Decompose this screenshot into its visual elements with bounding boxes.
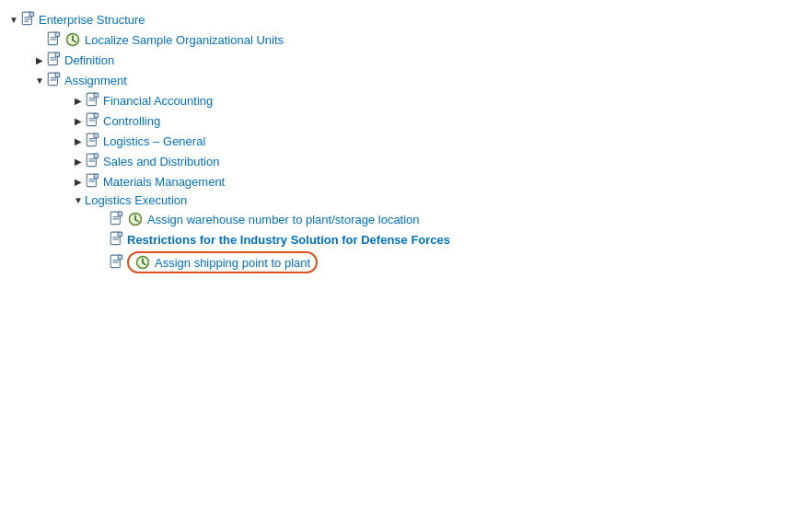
label-sales-distribution[interactable]: Sales and Distribution [103, 155, 219, 168]
label-assign-shipping[interactable]: Assign shipping point to plant [155, 256, 310, 270]
clock-icon-localize [64, 31, 81, 48]
label-enterprise-structure[interactable]: Enterprise Structure [39, 13, 145, 27]
tree-row-assignment[interactable]: ▼ Assignment [7, 70, 805, 90]
doc-icon-definition [46, 52, 63, 68]
doc-icon-assign-shipping [109, 254, 125, 271]
tree-row-materials-management[interactable]: ▶ Materials Management [7, 171, 805, 191]
expander-definition[interactable]: ▶ [33, 53, 46, 66]
expander-controlling[interactable]: ▶ [72, 114, 85, 127]
svg-rect-37 [94, 174, 99, 179]
tree-row-sales-distribution[interactable]: ▶ Sales and Distribution [7, 151, 805, 171]
doc-icon-assign-warehouse [109, 211, 125, 227]
tree-row-logistics-general[interactable]: ▶ Logistics – General [7, 131, 805, 151]
expander-logistics-general[interactable]: ▶ [72, 134, 85, 147]
label-controlling[interactable]: Controlling [103, 114, 160, 128]
svg-rect-25 [94, 113, 99, 118]
expander-assignment[interactable]: ▼ [33, 74, 46, 87]
label-logistics-execution[interactable]: Logistics Execution [85, 193, 187, 207]
label-financial-accounting[interactable]: Financial Accounting [103, 94, 213, 108]
svg-rect-52 [118, 255, 122, 260]
doc-icon-localize [46, 31, 63, 48]
tree-row-localize[interactable]: Localize Sample Organizational Units [7, 29, 805, 50]
tree-row-assign-warehouse[interactable]: Assign warehouse number to plant/storage… [7, 209, 805, 229]
svg-rect-41 [118, 212, 122, 216]
doc-icon-sales-distribution [85, 153, 101, 169]
expander-enterprise-structure[interactable]: ▼ [7, 13, 20, 26]
highlighted-assign-shipping[interactable]: Assign shipping point to plant [127, 251, 318, 273]
tree-row-assign-shipping[interactable]: Assign shipping point to plant [7, 249, 805, 275]
label-localize[interactable]: Localize Sample Organizational Units [85, 33, 284, 47]
expander-materials-management[interactable]: ▶ [72, 175, 85, 188]
doc-icon-assignment [46, 72, 63, 88]
doc-icon-restrictions [109, 231, 125, 248]
doc-icon-financial-accounting [85, 92, 101, 109]
tree-container: ▼ Enterprise Structure [0, 0, 812, 284]
label-assign-warehouse[interactable]: Assign warehouse number to plant/storage… [147, 213, 420, 226]
expander-sales-distribution[interactable]: ▶ [72, 155, 85, 168]
label-definition[interactable]: Definition [64, 53, 114, 67]
expander-financial-accounting[interactable]: ▶ [72, 94, 85, 107]
doc-icon-controlling [85, 112, 101, 129]
tree-row-definition[interactable]: ▶ Definition [7, 50, 805, 70]
svg-rect-6 [55, 32, 60, 37]
svg-rect-13 [55, 52, 60, 57]
label-assignment[interactable]: Assignment [64, 74, 127, 87]
expander-logistics-execution[interactable]: ▼ [72, 194, 85, 207]
svg-rect-48 [118, 232, 122, 237]
doc-icon-logistics-general [85, 133, 101, 149]
svg-rect-21 [94, 93, 99, 98]
svg-rect-33 [94, 154, 99, 158]
label-logistics-general[interactable]: Logistics – General [103, 134, 205, 148]
clock-icon-assign-shipping [134, 254, 151, 271]
svg-rect-17 [55, 73, 60, 77]
label-restrictions[interactable]: Restrictions for the Industry Solution f… [127, 233, 450, 247]
tree-row-controlling[interactable]: ▶ Controlling [7, 110, 805, 131]
doc-icon-materials-management [85, 173, 101, 190]
svg-rect-29 [94, 133, 99, 138]
doc-icon-enterprise-structure [20, 11, 37, 28]
label-materials-management[interactable]: Materials Management [103, 175, 225, 189]
tree-row-restrictions[interactable]: Restrictions for the Industry Solution f… [7, 229, 805, 249]
tree-row-financial-accounting[interactable]: ▶ Financial Accounting [7, 90, 805, 110]
clock-icon-assign-warehouse [127, 211, 144, 227]
tree-row-enterprise-structure[interactable]: ▼ Enterprise Structure [7, 9, 805, 29]
tree-row-logistics-execution[interactable]: ▼ Logistics Execution [7, 191, 805, 209]
svg-rect-1 [29, 12, 34, 17]
